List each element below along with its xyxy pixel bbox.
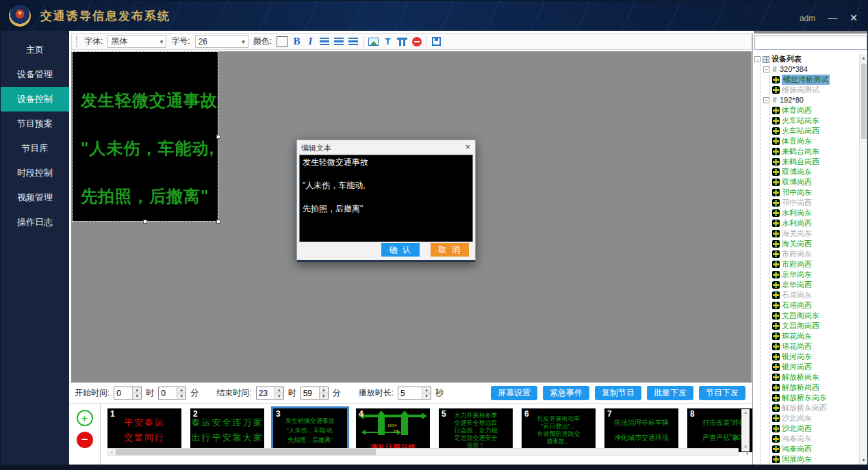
duration-input[interactable] <box>398 387 422 399</box>
scroll-up-icon[interactable]: ˄ <box>744 410 748 417</box>
tree-device-item[interactable]: 文昌阁岗西 <box>772 321 859 331</box>
scroll-left-icon[interactable]: ‹ <box>108 449 116 456</box>
color-swatch[interactable] <box>277 36 288 47</box>
playlist-item-5[interactable]: 5大力开展秋冬季交通安全整治百日会战，全力稳定道路交通安全形势！ <box>439 408 513 452</box>
tree-device-item[interactable]: 水利岗西 <box>772 218 859 229</box>
start-hour-spinner[interactable]: ▲▼ <box>114 387 142 400</box>
end-hour-input[interactable] <box>257 387 275 399</box>
tree-scroll-thumb[interactable] <box>861 64 867 139</box>
confirm-button[interactable]: 确 认 <box>381 243 420 257</box>
dialog-textarea[interactable] <box>299 155 473 242</box>
start-hour-input[interactable] <box>114 387 132 399</box>
collapse-icon[interactable]: - <box>763 97 769 103</box>
dialog-close-icon[interactable]: × <box>465 142 470 152</box>
tree-device-item[interactable]: 双博岗东 <box>772 167 859 177</box>
tree-device-item[interactable]: 沙北岗东 <box>772 413 859 423</box>
device-search-input[interactable] <box>754 36 867 50</box>
tree-device-item[interactable]: 火车站岗西 <box>772 126 859 136</box>
playlist-item-7[interactable]: 7依法治理非标车辆净化城市交通环境 <box>604 408 678 452</box>
tree-device-item[interactable]: 琼花岗西 <box>772 341 859 352</box>
sidebar-item-device-control[interactable]: 设备控制 <box>1 87 69 112</box>
sidebar-item-program-plan[interactable]: 节目预案 <box>1 112 69 136</box>
sidebar-item-video-management[interactable]: 视频管理 <box>1 185 69 210</box>
tree-device-item[interactable]: 京华岗西 <box>772 280 859 290</box>
align-center-button[interactable] <box>334 38 344 45</box>
spin-down-icon[interactable]: ▼ <box>133 393 141 399</box>
tree-group-320*384[interactable]: -#320*384 <box>763 64 859 75</box>
tree-device-item[interactable]: 来鹤台岗西 <box>772 157 859 167</box>
remove-frame-button[interactable]: − <box>77 432 93 448</box>
tree-device-item[interactable]: 鸿泰岗西 <box>772 444 859 454</box>
scroll-up-icon[interactable]: ▲ <box>861 54 866 62</box>
tree-device-item[interactable]: 解放桥岗西 <box>772 382 859 393</box>
tree-device-item[interactable]: 解放桥东岗西 <box>772 403 859 413</box>
add-frame-button[interactable]: + <box>77 410 93 426</box>
sidebar-item-period-control[interactable]: 时段控制 <box>1 161 69 185</box>
resize-handle-corner[interactable] <box>216 220 220 224</box>
horizontal-scroll-thumb[interactable] <box>116 449 376 455</box>
playlist-item-1[interactable]: 1平安春运交警同行 <box>107 408 181 452</box>
led-screen-preview[interactable]: 发生轻微交通事故"人未伤，车能动,先拍照，后撤离" <box>73 52 218 221</box>
scroll-right-icon[interactable]: › <box>746 449 748 457</box>
tree-device-item[interactable]: 维扬岗测试 <box>772 85 859 95</box>
cancel-button[interactable]: 取 消 <box>431 243 469 257</box>
end-minute-input[interactable] <box>301 387 319 399</box>
tree-device-item[interactable]: 解放桥岗东 <box>772 372 859 382</box>
duration-spinner[interactable]: ▲▼ <box>398 387 431 400</box>
tree-device-item[interactable]: 体育岗东 <box>772 136 859 146</box>
playlist-item-3[interactable]: 3发生轻微交通事故"人未伤，车能动,先拍照，后撤离" <box>273 408 347 452</box>
minimize-icon[interactable]: — <box>828 13 837 23</box>
spin-up-icon[interactable]: ▲ <box>422 387 431 393</box>
copy-program-button[interactable]: 复制节目 <box>595 386 641 400</box>
tree-device-item[interactable]: 文昌阁岗东 <box>772 311 859 321</box>
spin-down-icon[interactable]: ▼ <box>422 393 431 399</box>
tree-device-item[interactable]: 国展岗东 <box>772 454 859 465</box>
insert-text-button[interactable]: T <box>383 36 392 47</box>
align-right-button[interactable] <box>348 38 358 45</box>
spin-down-icon[interactable]: ▼ <box>177 393 186 399</box>
bold-button[interactable]: B <box>292 36 301 47</box>
tree-device-item[interactable]: 沙北岗西 <box>772 423 859 434</box>
emergency-event-button[interactable]: 紧急事件 <box>543 386 589 400</box>
close-icon[interactable]: ✕ <box>850 13 858 23</box>
tree-device-item[interactable]: 海关岗西 <box>772 239 859 249</box>
italic-button[interactable]: I <box>306 36 315 47</box>
tree-device-item[interactable]: 石塔岗西 <box>772 300 859 311</box>
start-minute-spinner[interactable]: ▲▼ <box>158 387 186 400</box>
tree-device-item[interactable]: 水利岗东 <box>772 208 859 218</box>
tree-device-item[interactable]: 邗中岗西 <box>772 198 859 208</box>
playlist-item-2[interactable]: 2春运安全连万家出行平安靠大家 <box>190 408 264 452</box>
spin-down-icon[interactable]: ▼ <box>320 393 328 399</box>
font-family-select[interactable]: 黑体 ▾ <box>107 35 166 48</box>
tree-device-item[interactable]: 邗中岗东 <box>772 187 859 198</box>
tree-device-item[interactable]: 市府岗西 <box>772 259 859 270</box>
sidebar-item-home[interactable]: 主页 <box>1 38 69 62</box>
spin-up-icon[interactable]: ▲ <box>275 387 283 393</box>
tree-device-item[interactable]: 双博岗西 <box>772 177 859 187</box>
scroll-down-icon[interactable]: ▼ <box>861 456 866 465</box>
start-minute-input[interactable] <box>159 387 177 399</box>
playlist-item-6[interactable]: 6扎实开展电动车"百日整治"，有效预防道路交通事故。 <box>522 408 596 452</box>
end-minute-spinner[interactable]: ▲▼ <box>301 387 329 400</box>
tree-device-item[interactable]: 京华岗东 <box>772 270 859 280</box>
tree-group-192*80[interactable]: -#192*80 <box>763 95 859 105</box>
resize-handle-right[interactable] <box>216 135 220 139</box>
tree-device-item[interactable]: 银河岗西 <box>772 362 859 372</box>
playlist-horizontal-scrollbar[interactable]: ‹ <box>107 448 739 456</box>
playlist-item-4[interactable]: 4 1634 20 请礼让斑马线 <box>356 408 430 452</box>
resize-handle-bottom[interactable] <box>143 220 147 224</box>
tree-device-item[interactable]: 石塔岗东 <box>772 290 859 300</box>
sidebar-item-program-library[interactable]: 节目库 <box>1 136 69 161</box>
spin-up-icon[interactable]: ▲ <box>177 387 186 393</box>
device-tree-scrollbar[interactable]: ▲ ▼ <box>859 54 867 465</box>
tree-device-item[interactable]: 银河岗东 <box>772 352 859 362</box>
collapse-icon[interactable]: - <box>754 56 761 62</box>
tree-device-item[interactable]: 火车站岗东 <box>772 116 859 126</box>
spin-up-icon[interactable]: ▲ <box>320 387 328 393</box>
tree-device-item[interactable]: 来鹤台岗东 <box>772 146 859 157</box>
spin-down-icon[interactable]: ▼ <box>275 393 283 399</box>
insert-image-button[interactable] <box>368 38 379 46</box>
tree-device-item[interactable]: 鸿泰岗东 <box>772 434 859 444</box>
tree-device-item[interactable]: 市府岗东 <box>772 249 859 259</box>
end-hour-spinner[interactable]: ▲▼ <box>256 387 284 400</box>
